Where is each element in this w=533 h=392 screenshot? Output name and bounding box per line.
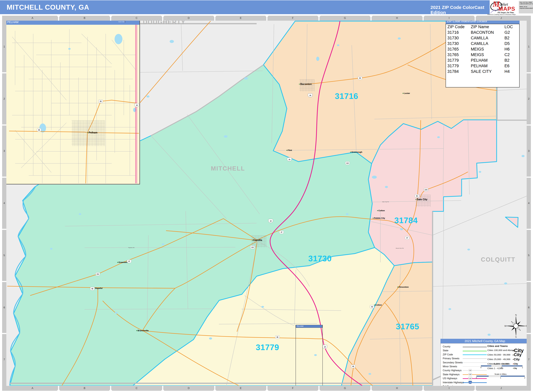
zip-index-cell: 31779 [447,58,459,63]
legend-line-sample [463,346,487,348]
city-dot-icon [513,359,513,360]
road-label: Mount Zion Rd [396,247,404,249]
scale-tick: 1 [501,367,502,369]
grid-row-label: 3 [528,149,529,153]
legend-road-label: County Highways [443,369,462,372]
scale-seg [500,376,524,377]
logo-subtitle: America's Leading Source of Business Map… [487,14,516,15]
legend-road-label: Toll Roads [443,385,454,386]
legend-road-row: ZIP Code [441,353,486,357]
legend-road-label: US Highways [443,377,457,380]
grid-col-label: G [344,387,346,390]
contact-box: CALL US TOLL FREE! 1-888-434-MAPS (6277)… [519,1,533,14]
zip-index-row: 31765MEIGSH6 [446,47,519,52]
grid-gap [2,72,6,73]
grid-gap [2,229,6,230]
town-label-hopeful: Hopeful [94,287,103,289]
grid-row-label: 4 [4,202,5,205]
zip-index-cell: CAMILLA [471,41,488,46]
zip-index-row: 31730CAMILLAB2 [446,35,519,41]
legend-road-row: State [441,349,486,353]
grid-notch-icon [161,16,164,18]
zip-index-row: 31784SALE CITYH4 [446,69,519,74]
legend-city-label: Cities 25,000 - 49,999 [487,358,510,361]
legend-road-label: Interstate Highways [443,381,464,384]
zip-index-cell: MEIGS [471,52,484,57]
state-highway-shield-270: 270 [424,188,428,191]
zip-index-cell: CAMILLA [471,36,488,40]
scale-bar-line [476,376,525,377]
grid-notch-icon [265,389,269,391]
county-label-mitchell: MITCHELL [211,165,245,172]
legend-road-label: Minor Streets [443,365,457,368]
zip-index-cell: B2 [504,58,509,63]
legend-city-label: Cities 50,000 - 99,999 [487,353,510,356]
town-label-colton: Colton [377,210,385,212]
zip-label-31730: 31730 [308,254,332,263]
inset-scale-label: Scale in Miles [118,21,125,22]
map-sheet: MITCHELL COUNTY, GA 2021 ZIP Code ColorC… [0,0,533,392]
grid-band-right: 1234567 [527,16,531,391]
scale-ticks: 012 [476,377,525,379]
scale-tick: 1 [500,377,501,379]
grid-gap [2,281,6,282]
grid-gap [527,124,531,126]
legend-line-sample [463,370,487,371]
scale-seg [476,376,489,377]
legend-city-sample: City [513,353,522,357]
grid-row-label: 6 [4,306,5,309]
legend-title: 2021 Mitchell County, GA Map [440,339,527,343]
zip-index-col-header: ZIP Name [471,25,489,29]
grid-row-label: 5 [528,254,529,257]
town-label-greenough: Greenough [350,151,362,153]
grid-gap [527,281,531,282]
grid-notch-icon [474,16,477,18]
zip-index-cell: 31730 [447,36,459,40]
zip-index-header-row: ZIP CodeZIP NameLOC [446,24,519,30]
town-dot-icon [350,152,351,152]
zip-index-cell: E6 [504,64,509,68]
legend-road-label: ZIP Code [443,353,453,356]
grid-row-label: 2 [528,97,529,100]
grid-col-label: I [449,387,450,390]
town-dot-icon [299,84,300,84]
cities-and-towns-header: Cities and Towns [487,345,508,348]
town-label-hinsonton: Hinsonton [397,286,409,288]
zip-label-31765: 31765 [396,322,419,331]
zip-index-cell: B2 [504,36,509,40]
grid-notch-icon [369,16,373,18]
town-dot-icon [137,330,137,331]
zip-index-cell: 31730 [447,41,459,46]
legend-road-row: Interstate Highways123 [441,381,486,384]
grid-col-label: A [32,17,33,20]
compass-rose-icon: N E S W [504,314,527,338]
legend-shield-county: 123 [469,369,471,372]
zip-index-table: ZIP Code Index/Grid Locator ZIP CodeZIP … [446,21,519,88]
town-dot-icon [403,93,404,94]
town-dot-icon [373,218,373,219]
zip-index-cell: G2 [504,30,510,35]
grid-notch-icon [474,389,477,391]
town-dot-icon [377,210,378,211]
grid-row-label: 7 [4,358,5,361]
zip-index-body: ZIP CodeZIP NameLOC31716BACONTONG231730C… [446,24,519,88]
contact-email: mapsales@MarketMAPS.com [519,8,533,9]
state-highway-shield-65: 65 [37,128,41,132]
scale-tick: 0 [481,367,481,369]
page-title: MITCHELL COUNTY, GA [7,0,89,14]
zip-index-cell: PELHAM [471,58,488,63]
zip-label-31784: 31784 [394,216,418,225]
legend-road-label: County [443,345,450,348]
legend-shield-interstate: 123 [469,381,472,384]
pelham-inset-body: Pelham659319 [6,25,139,184]
scale-bar: Scale in Kilometers012 [481,363,523,369]
zip-index-row: 31779PELHAME6 [446,63,519,69]
inset-scale-bar: Scale in Miles [118,21,138,23]
grid-row-label: 7 [528,358,529,361]
town-label-sale-city: Sale City [416,198,427,201]
town-label-pebble-city: Pebble City [373,217,385,219]
zip-index-title: ZIP Code Index/Grid Locator [446,21,519,24]
town-dot-icon [374,304,375,305]
zip-index-cell: BACONTON [471,30,494,35]
zip-index-cell: 31765 [447,47,459,51]
